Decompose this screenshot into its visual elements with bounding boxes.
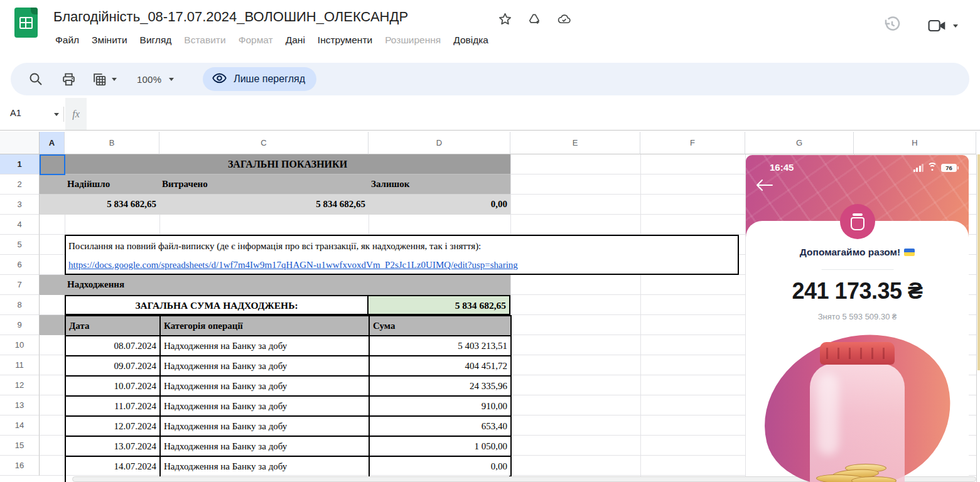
cell-header-received[interactable]: Надійшло <box>65 174 159 195</box>
row-header-12[interactable]: 12 <box>0 375 40 395</box>
jar-title: Допомагаймо разом! <box>746 247 969 258</box>
cell-amount[interactable]: 404 451,72 <box>369 356 511 376</box>
menu-format: Формат <box>232 31 279 49</box>
sheet-views-icon[interactable] <box>92 72 117 87</box>
cell-amount[interactable]: 1 050,00 <box>369 436 511 456</box>
add-to-drive-icon[interactable] <box>527 12 542 26</box>
menu-file[interactable]: Файл <box>49 31 85 49</box>
cell-A9[interactable] <box>40 315 65 335</box>
row-header-5[interactable]: 5 <box>0 235 40 255</box>
menu-tools[interactable]: Інструменти <box>311 31 379 49</box>
table-row: 08.07.2024 Надходження на Банку за добу … <box>65 336 511 356</box>
chevron-down-icon[interactable] <box>112 78 117 81</box>
chevron-down-icon[interactable] <box>54 113 59 116</box>
column-header-amount[interactable]: Сума <box>369 316 511 336</box>
row-header-14[interactable]: 14 <box>0 415 40 436</box>
cell-value-spent[interactable]: 5 834 682,65 <box>159 195 369 215</box>
select-all-corner[interactable] <box>0 132 40 154</box>
cell-header-spent[interactable]: Витрачено <box>159 174 369 195</box>
column-header-E[interactable]: E <box>510 132 640 154</box>
coin-icon <box>851 476 897 482</box>
cell-category[interactable]: Надходження на Банку за добу <box>160 416 369 436</box>
cell-category[interactable]: Надходження на Банку за добу <box>160 396 369 416</box>
cell-general-title[interactable]: ЗАГАЛЬНІ ПОКАЗНИКИ <box>65 154 510 174</box>
cell-category[interactable]: Надходження на Банку за добу <box>160 436 369 456</box>
cell-category[interactable]: Надходження на Банку за добу <box>160 336 369 356</box>
table-row: 14.07.2024 Надходження на Банку за добу … <box>65 456 511 476</box>
cell-category[interactable]: Надходження на Банку за добу <box>160 376 369 396</box>
cell-total-value[interactable]: 5 834 682,65 <box>367 295 510 315</box>
cell-section-title[interactable]: Надходження <box>67 275 318 295</box>
vertical-scrollbar-thumb[interactable] <box>977 154 980 370</box>
fx-area[interactable]: fx <box>65 98 87 130</box>
column-header-category[interactable]: Категорія операції <box>160 316 369 336</box>
menu-data[interactable]: Дані <box>279 31 311 49</box>
cell-amount[interactable]: 0,00 <box>369 456 511 476</box>
cell-date[interactable]: 11.07.2024 <box>65 396 160 416</box>
row-header-9[interactable]: 9 <box>0 315 40 335</box>
sheets-logo-icon[interactable] <box>14 8 38 38</box>
cell-value-received[interactable]: 5 834 682,65 <box>65 195 159 215</box>
cell-value-balance[interactable]: 0,00 <box>369 195 510 215</box>
row-header-4[interactable]: 4 <box>0 215 40 235</box>
cell-date[interactable]: 08.07.2024 <box>65 336 160 356</box>
menu-help[interactable]: Довідка <box>447 31 495 49</box>
search-icon[interactable] <box>28 72 43 87</box>
table-row: 12.07.2024 Надходження на Банку за добу … <box>65 416 511 436</box>
embedded-image-monobank-jar[interactable]: 16:45 76 Допомагаймо разом! 241 173.35 ₴… <box>746 155 969 482</box>
row-header-6[interactable]: 6 <box>0 255 40 275</box>
column-header-H[interactable]: H <box>854 132 976 154</box>
column-header-D[interactable]: D <box>369 132 510 154</box>
column-header-date[interactable]: Дата <box>65 316 160 336</box>
column-header-B[interactable]: B <box>65 132 159 154</box>
row-header-15[interactable]: 15 <box>0 436 40 456</box>
cell-date[interactable]: 14.07.2024 <box>65 456 160 476</box>
print-icon[interactable] <box>61 72 77 87</box>
cell-amount[interactable]: 653,40 <box>369 416 511 436</box>
column-header-G[interactable]: G <box>745 132 854 154</box>
row-header-16[interactable]: 16 <box>0 456 40 476</box>
cell-amount[interactable]: 24 335,96 <box>369 376 511 396</box>
cell-date[interactable]: 12.07.2024 <box>65 416 160 436</box>
row-header-10[interactable]: 10 <box>0 335 40 355</box>
statement-link-box: Посилання на повний файл-виписку (де є і… <box>65 235 739 275</box>
column-header-F[interactable]: F <box>640 132 745 154</box>
chevron-down-icon[interactable] <box>169 78 174 81</box>
menu-view[interactable]: Вигляд <box>134 31 178 49</box>
cell-amount[interactable]: 5 403 213,51 <box>369 336 511 356</box>
column-header-A[interactable]: A <box>40 132 65 154</box>
row-header-13[interactable]: 13 <box>0 395 40 415</box>
star-icon[interactable] <box>498 12 512 26</box>
statement-link-url[interactable]: https://docs.google.com/spreadsheets/d/1… <box>68 255 518 274</box>
row-header-3[interactable]: 3 <box>0 195 40 215</box>
row-header-8[interactable]: 8 <box>0 295 40 315</box>
row-header-2[interactable]: 2 <box>0 174 40 195</box>
chevron-down-icon[interactable] <box>953 24 958 28</box>
cell-category[interactable]: Надходження на Банку за добу <box>160 456 369 476</box>
row-header-1[interactable]: 1 <box>0 154 40 174</box>
menu-edit[interactable]: Змінити <box>85 31 133 49</box>
row-header-11[interactable]: 11 <box>0 355 40 375</box>
meet-camera-button[interactable] <box>928 19 958 33</box>
column-header-C[interactable]: C <box>159 132 369 154</box>
cell-category[interactable]: Надходження на Банку за добу <box>160 356 369 376</box>
zoom-control[interactable]: 100% <box>137 74 174 85</box>
document-title[interactable]: Благодійність_08-17.07.2024_ВОЛОШИН_ОЛЕК… <box>53 9 408 25</box>
statement-link-caption[interactable]: Посилання на повний файл-виписку (де є і… <box>68 237 734 255</box>
row-header-7[interactable]: 7 <box>0 275 40 295</box>
cell-date[interactable]: 09.07.2024 <box>65 356 160 376</box>
name-box[interactable]: A1 <box>10 108 21 118</box>
battery-icon: 76 <box>941 164 959 172</box>
view-only-pill[interactable]: Лише перегляд <box>203 67 316 91</box>
cell-total-label[interactable]: ЗАГАЛЬНА СУМА НАДХОДЖЕНЬ: <box>65 295 369 315</box>
version-history-icon[interactable] <box>883 15 902 36</box>
menu-insert: Вставити <box>178 31 232 49</box>
cell-header-balance[interactable]: Залишок <box>369 174 510 195</box>
vertical-scrollbar[interactable] <box>976 154 980 482</box>
cell-date[interactable]: 10.07.2024 <box>65 376 160 396</box>
mono-status-bar: 16:45 76 <box>746 161 969 174</box>
ukraine-flag-icon <box>904 249 915 256</box>
cloud-saved-icon[interactable] <box>556 12 572 26</box>
cell-date[interactable]: 13.07.2024 <box>65 436 160 456</box>
cell-amount[interactable]: 910,00 <box>369 396 511 416</box>
